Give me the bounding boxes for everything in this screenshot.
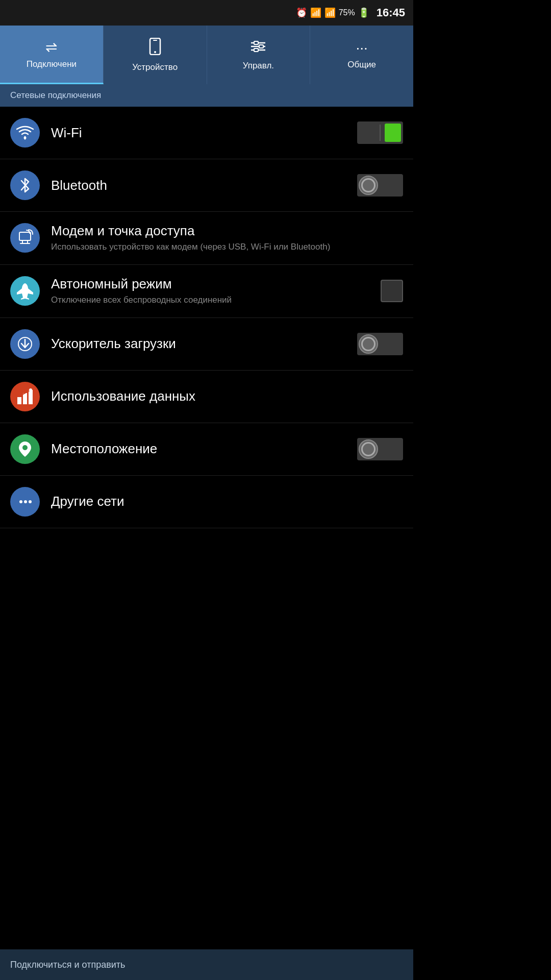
airplane-checkbox[interactable] [381,280,403,302]
connections-icon: ⇌ [45,39,57,56]
alarm-icon: ⏰ [296,7,307,18]
tethering-text: Модем и точка доступа Использовать устро… [51,223,403,253]
status-icons: ⏰ 📶 📶 75% 🔋 16:45 [296,6,405,19]
location-text: Местоположение [51,441,357,457]
bluetooth-toggle[interactable] [357,174,403,197]
battery-icon: 🔋 [358,7,369,18]
wifi-status-icon: 📶 [310,7,321,18]
wifi-title: Wi-Fi [51,125,357,141]
other-text: Другие сети [51,494,403,509]
settings-item-tethering[interactable]: Модем и точка доступа Использовать устро… [0,212,413,265]
settings-list: Wi-Fi Bluetooth [0,107,413,528]
settings-item-data[interactable]: Использование данных [0,371,413,423]
svg-rect-13 [17,397,21,404]
svg-point-17 [22,445,28,450]
svg-point-9 [24,137,27,139]
settings-item-download[interactable]: Ускоритель загрузки [0,318,413,371]
settings-item-bluetooth[interactable]: Bluetooth [0,159,413,212]
svg-rect-15 [29,390,33,404]
controls-icon [250,39,266,57]
settings-item-wifi[interactable]: Wi-Fi [0,107,413,159]
tab-connections[interactable]: ⇌ Подключени [0,26,104,84]
data-text: Использование данных [51,388,403,404]
svg-point-20 [24,500,27,503]
general-icon: ··· [356,40,367,56]
download-toggle[interactable] [357,333,403,355]
battery-percent: 75% [339,8,355,17]
section-header-text: Сетевые подключения [10,90,101,100]
download-title: Ускоритель загрузки [51,336,357,352]
airplane-text: Автономный режим Отключение всех беспров… [51,276,381,306]
tab-general-label: Общие [347,60,376,70]
bluetooth-title: Bluetooth [51,178,357,193]
tab-device-label: Устройство [132,63,178,72]
device-icon [148,38,162,59]
section-header: Сетевые подключения [0,84,413,107]
tethering-title: Модем и точка доступа [51,223,403,239]
tab-device[interactable]: Устройство [104,26,207,84]
download-icon [10,329,40,359]
airplane-subtitle: Отключение всех беспроводных соединений [51,294,381,306]
location-toggle[interactable] [357,438,403,460]
data-icon [10,382,40,411]
svg-rect-7 [259,45,263,48]
wifi-icon [10,118,40,148]
status-time: 16:45 [377,6,405,19]
data-title: Использование данных [51,388,403,404]
bottom-bar-text: Подключиться и отправить [10,960,125,970]
tab-general[interactable]: ··· Общие [310,26,413,84]
other-icon [10,487,40,517]
svg-point-19 [19,500,22,503]
settings-item-location[interactable]: Местоположение [0,423,413,476]
location-icon [10,434,40,464]
bluetooth-text: Bluetooth [51,178,357,193]
signal-icon: 📶 [324,7,336,18]
svg-rect-10 [19,232,31,240]
wifi-toggle-divider [380,125,381,141]
svg-rect-14 [23,393,27,404]
tethering-subtitle: Использовать устройство как модем (через… [51,241,403,253]
svg-rect-6 [254,41,258,44]
bluetooth-toggle-knob [359,176,378,195]
wifi-toggle[interactable] [357,121,403,144]
bottom-bar[interactable]: Подключиться и отправить [0,949,413,980]
wifi-text: Wi-Fi [51,125,357,141]
wifi-toggle-green [385,124,401,142]
status-bar: ⏰ 📶 📶 75% 🔋 16:45 [0,0,413,26]
tab-bar: ⇌ Подключени Устройство Управл. ·· [0,26,413,84]
settings-item-airplane[interactable]: Автономный режим Отключение всех беспров… [0,265,413,318]
tab-controls[interactable]: Управл. [207,26,311,84]
tab-connections-label: Подключени [27,60,77,69]
svg-point-21 [29,500,32,503]
airplane-title: Автономный режим [51,276,381,292]
airplane-icon [10,276,40,306]
svg-rect-8 [254,48,258,52]
location-title: Местоположение [51,441,357,457]
svg-point-16 [29,388,32,391]
settings-item-other[interactable]: Другие сети [0,476,413,528]
tethering-icon [10,223,40,253]
tab-controls-label: Управл. [243,61,274,71]
other-title: Другие сети [51,494,403,509]
svg-point-1 [154,51,156,53]
download-text: Ускоритель загрузки [51,336,357,352]
location-toggle-knob [359,439,378,459]
bluetooth-icon [10,170,40,200]
download-toggle-knob [359,334,378,354]
